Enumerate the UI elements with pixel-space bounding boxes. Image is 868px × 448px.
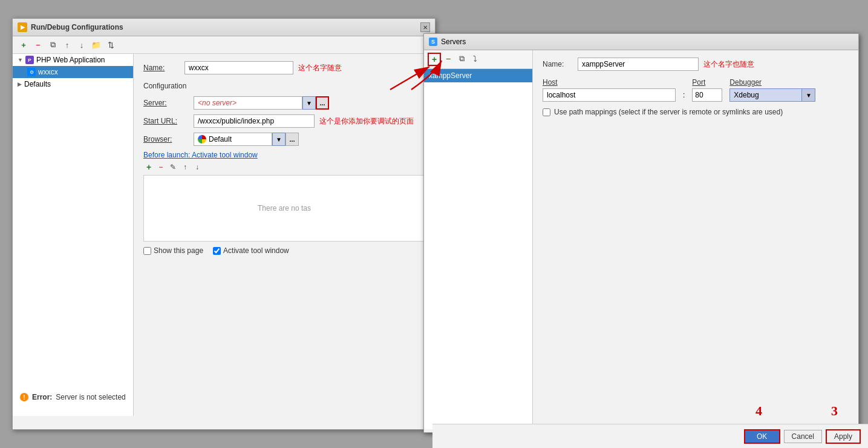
debugger-section: Debugger Xdebug ▼ <box>729 78 815 102</box>
show-page-label: Show this page <box>143 246 203 255</box>
server-name-annotation: 这个名字也随意 <box>703 59 754 70</box>
movedown-config-button[interactable]: ↓ <box>76 39 88 51</box>
server-select-wrapper: <no server> ▼ ... <box>194 96 329 110</box>
debugger-dropdown-button[interactable]: ▼ <box>802 88 815 102</box>
activate-window-text: Activate tool window <box>223 246 289 255</box>
start-url-row: Start URL: 这个是你添加你要调试的页面 <box>143 114 425 128</box>
show-page-checkbox[interactable] <box>143 247 151 255</box>
browser-select-wrapper: Default ▼ ... <box>194 133 299 146</box>
path-mappings-checkbox[interactable] <box>543 108 550 116</box>
no-tasks-text: There are no tas <box>258 204 311 212</box>
servers-dialog: S Servers + − ⧉ ⤵ xamppServer Name: 这个名字… <box>423 33 859 433</box>
config-name-label: Name: <box>143 64 180 72</box>
config-name-input[interactable] <box>184 61 293 74</box>
server-ellipsis-button[interactable]: ... <box>316 96 329 110</box>
tree-defaults-item[interactable]: ▶ Defaults <box>13 78 133 90</box>
php-web-app-arrow: ▼ <box>18 57 23 63</box>
browser-dropdown-button[interactable]: ▼ <box>272 133 286 146</box>
bl-edit-button[interactable]: ✎ <box>168 162 178 173</box>
port-label: Port <box>692 78 722 87</box>
error-message: Server is not selected <box>56 393 125 401</box>
before-launch-area: There are no tas <box>143 175 425 242</box>
server-name-row: Name: 这个名字也随意 <box>543 58 849 71</box>
import-server-button[interactable]: ⤵ <box>469 53 481 65</box>
before-launch-title[interactable]: Before launch: Activate tool window <box>143 151 425 159</box>
debugger-label: Debugger <box>729 78 815 87</box>
config-name-row: Name: 这个名字随意 <box>143 61 425 74</box>
config-section-label: Configuration <box>143 82 425 90</box>
add-config-button[interactable]: + <box>18 39 30 51</box>
bottom-options: Show this page Activate tool window <box>143 246 425 255</box>
config-name-annotation: 这个名字随意 <box>298 63 342 73</box>
run-debug-title-icon: ▶ <box>18 22 27 32</box>
start-url-label: Start URL: <box>143 117 189 125</box>
servers-title-icon: S <box>429 38 437 46</box>
run-debug-body: ▼ P PHP Web Application ⚙ wxxcx ▶ Defaul… <box>13 54 435 416</box>
path-mappings-row: Use path mappings (select if the server … <box>543 108 849 116</box>
config-right-panel: Name: 这个名字随意 Configuration Server: <no s… <box>134 54 435 416</box>
browser-icon <box>198 135 206 143</box>
cancel-button[interactable]: Cancel <box>784 430 822 443</box>
browser-ellipsis-button[interactable]: ... <box>286 133 299 146</box>
server-row: Server: <no server> ▼ ... <box>143 96 425 110</box>
servers-titlebar: S Servers <box>424 34 858 50</box>
apply-button[interactable]: Apply <box>826 429 861 444</box>
browser-value: Default <box>209 135 232 143</box>
run-debug-toolbar: + − ⧉ ↑ ↓ 📁 ⇅ <box>13 36 435 54</box>
debugger-select[interactable]: Xdebug <box>729 88 802 102</box>
activate-window-checkbox[interactable] <box>213 247 221 255</box>
port-section: Port <box>692 78 722 102</box>
server-list-item-xampp[interactable]: xamppServer <box>424 69 532 82</box>
run-debug-title-text: Run/Debug Configurations <box>31 23 123 31</box>
before-launch-toolbar: + − ✎ ↑ ↓ <box>143 162 425 173</box>
show-page-text: Show this page <box>154 246 203 255</box>
error-icon: ! <box>20 393 28 401</box>
bl-add-button[interactable]: + <box>143 162 154 173</box>
host-label: Host <box>543 78 676 87</box>
server-select[interactable]: <no server> <box>194 96 302 110</box>
colon-separator: : <box>683 91 685 102</box>
error-label: Error: <box>32 393 52 401</box>
tree-php-web-app[interactable]: ▼ P PHP Web Application <box>13 54 133 66</box>
defaults-label: Defaults <box>24 80 51 88</box>
sort-config-button[interactable]: ⇅ <box>105 39 117 51</box>
server-dropdown-button[interactable]: ▼ <box>302 96 316 110</box>
tree-wxxcx-item[interactable]: ⚙ wxxcx <box>13 66 133 78</box>
servers-body: + − ⧉ ⤵ xamppServer Name: 这个名字也随意 Host <box>424 50 858 429</box>
port-input[interactable] <box>692 88 722 102</box>
copy-server-button[interactable]: ⧉ <box>455 53 468 65</box>
php-web-app-label: PHP Web Application <box>36 56 105 64</box>
run-debug-close-button[interactable]: ✕ <box>420 22 430 32</box>
servers-title-text: Servers <box>441 38 466 46</box>
bl-up-button[interactable]: ↑ <box>180 162 191 173</box>
servers-footer: OK Cancel Apply <box>432 424 868 448</box>
remove-config-button[interactable]: − <box>32 39 44 51</box>
run-debug-title: ▶ Run/Debug Configurations <box>18 22 123 32</box>
ok-button[interactable]: OK <box>744 429 780 444</box>
path-mappings-label: Use path mappings (select if the server … <box>554 108 783 116</box>
host-input[interactable] <box>543 88 676 102</box>
before-launch-section: Before launch: Activate tool window + − … <box>143 151 425 242</box>
add-server-button[interactable]: + <box>428 53 441 66</box>
copy-config-button[interactable]: ⧉ <box>47 39 59 51</box>
moveup-config-button[interactable]: ↑ <box>61 39 73 51</box>
host-section: Host <box>543 78 676 102</box>
servers-right-panel: Name: 这个名字也随意 Host : Port Debugger <box>533 50 858 429</box>
servers-left-panel: + − ⧉ ⤵ xamppServer <box>424 50 533 429</box>
start-url-input[interactable] <box>194 114 315 128</box>
bl-remove-button[interactable]: − <box>155 162 166 173</box>
bl-down-button[interactable]: ↓ <box>192 162 203 173</box>
browser-select-box[interactable]: Default <box>194 133 272 146</box>
wxxcx-item-label: wxxcx <box>38 68 58 76</box>
browser-label: Browser: <box>143 135 189 143</box>
remove-server-button[interactable]: − <box>442 53 454 65</box>
debugger-select-container: Xdebug ▼ <box>729 88 815 102</box>
defaults-arrow: ▶ <box>18 81 22 87</box>
run-debug-dialog: ▶ Run/Debug Configurations ✕ + − ⧉ ↑ ↓ 📁… <box>12 18 436 430</box>
wxxcx-item-icon: ⚙ <box>27 68 36 76</box>
folder-config-button[interactable]: 📁 <box>90 39 102 51</box>
server-name-input[interactable] <box>578 58 699 71</box>
php-web-app-icon: P <box>25 56 34 64</box>
start-url-annotation: 这个是你添加你要调试的页面 <box>319 116 414 127</box>
error-row: ! Error: Server is not selected <box>13 390 435 404</box>
